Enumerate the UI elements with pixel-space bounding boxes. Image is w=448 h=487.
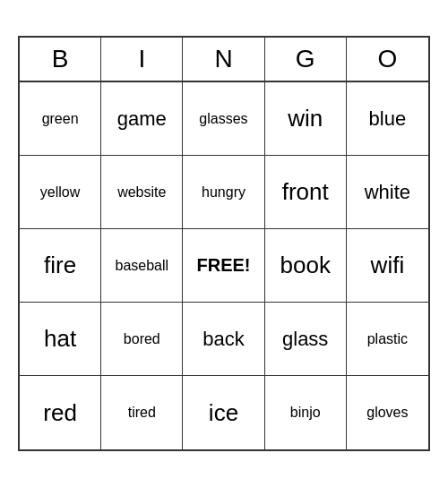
bingo-cell: game — [101, 82, 183, 156]
cell-text: glass — [282, 328, 328, 351]
cell-text: front — [282, 178, 329, 206]
bingo-cell: website — [101, 156, 183, 229]
cell-text: green — [42, 111, 79, 127]
cell-text: fire — [44, 252, 76, 279]
bingo-cell: win — [265, 82, 347, 156]
bingo-cell: wifi — [347, 229, 428, 303]
bingo-cell: back — [183, 303, 264, 376]
cell-text: FREE! — [196, 255, 250, 276]
bingo-header: BINGO — [20, 38, 428, 82]
cell-text: hat — [44, 325, 76, 353]
cell-text: hungry — [202, 184, 246, 201]
cell-text: gloves — [366, 405, 408, 421]
bingo-grid: greengameglasseswinblueyellowwebsitehung… — [20, 82, 428, 449]
cell-text: plastic — [367, 331, 408, 347]
bingo-cell: tired — [101, 376, 183, 449]
bingo-cell: ice — [183, 376, 264, 449]
bingo-cell: FREE! — [183, 229, 264, 303]
cell-text: book — [280, 252, 331, 279]
cell-text: ice — [209, 399, 238, 427]
bingo-cell: red — [20, 376, 101, 449]
bingo-cell: gloves — [347, 376, 428, 449]
cell-text: glasses — [199, 111, 247, 127]
cell-text: red — [43, 399, 77, 427]
bingo-cell: front — [265, 156, 347, 229]
cell-text: back — [202, 328, 244, 351]
cell-text: game — [117, 107, 167, 131]
header-letter: G — [265, 38, 347, 81]
bingo-cell: green — [20, 82, 101, 156]
cell-text: wifi — [371, 252, 405, 279]
cell-text: baseball — [115, 258, 168, 274]
bingo-cell: hungry — [183, 156, 264, 229]
bingo-cell: bored — [101, 303, 183, 376]
cell-text: bored — [124, 331, 160, 347]
cell-text: website — [117, 184, 166, 201]
bingo-card: BINGO greengameglasseswinblueyellowwebsi… — [18, 36, 430, 451]
bingo-cell: blue — [347, 82, 428, 156]
bingo-cell: plastic — [347, 303, 428, 376]
bingo-cell: fire — [20, 229, 101, 303]
bingo-cell: yellow — [20, 156, 101, 229]
cell-text: blue — [369, 107, 407, 131]
cell-text: win — [288, 105, 323, 132]
cell-text: binjo — [290, 405, 321, 421]
header-letter: I — [101, 38, 183, 81]
bingo-cell: glass — [265, 303, 347, 376]
bingo-cell: glasses — [183, 82, 264, 156]
bingo-cell: white — [347, 156, 428, 229]
bingo-cell: baseball — [101, 229, 183, 303]
cell-text: white — [365, 181, 410, 204]
cell-text: tired — [128, 405, 156, 421]
header-letter: O — [347, 38, 428, 81]
header-letter: N — [183, 38, 264, 81]
bingo-cell: binjo — [265, 376, 347, 449]
bingo-cell: book — [265, 229, 347, 303]
bingo-cell: hat — [20, 303, 101, 376]
header-letter: B — [20, 38, 101, 81]
cell-text: yellow — [40, 184, 80, 201]
